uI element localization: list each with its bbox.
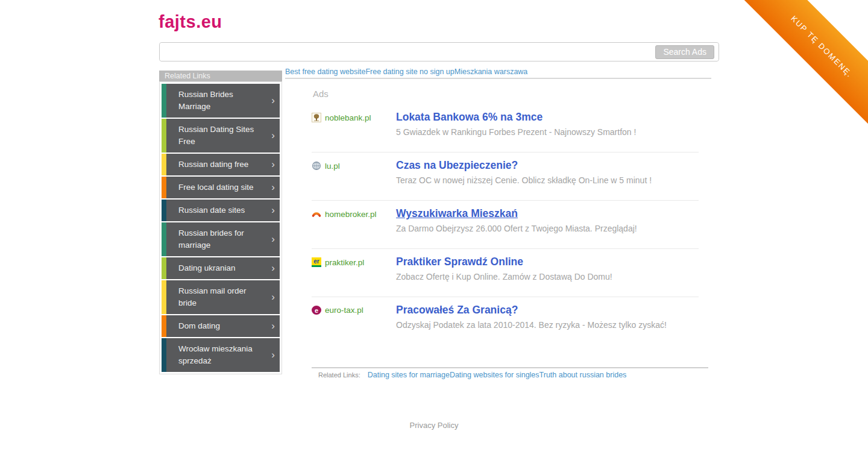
sidebar-item-russian-brides-for-marriage[interactable]: Russian brides for marriage› (162, 222, 280, 256)
sidebar-item-label: Russian Brides Marriage (178, 89, 268, 113)
bottom-link-dating-sites-for-marriage[interactable]: Dating sites for marriage (368, 371, 450, 379)
ad-title[interactable]: Wyszukiwarka Mieszkań (396, 207, 518, 220)
ad-description: 5 Gwiazdek w Rankingu Forbes Prezent - N… (396, 127, 699, 137)
search-input[interactable] (160, 43, 719, 61)
ad-row-praktiker: er praktiker.pl Praktiker Sprawdź Online… (312, 249, 699, 297)
chevron-right-icon: › (268, 130, 275, 142)
divider (312, 367, 708, 368)
page-title: fajts.eu (159, 12, 222, 32)
ad-domain[interactable]: noblebank.pl (325, 113, 371, 122)
ad-description: Odzyskaj Podatek za lata 2010-2014. Bez … (396, 319, 699, 330)
ad-domain[interactable]: lu.pl (325, 162, 340, 171)
stripe (162, 84, 166, 118)
buy-domain-ribbon[interactable]: KUP TĘ DOMENĘ. (743, 0, 868, 126)
sidebar-item-russian-dating-sites-free[interactable]: Russian Dating Sites Free› (162, 119, 280, 153)
sidebar-header: Related Links (159, 71, 282, 81)
roof-icon (312, 209, 321, 219)
stripe (162, 315, 166, 337)
divider (285, 78, 711, 79)
chevron-right-icon: › (268, 181, 275, 194)
ad-title[interactable]: Lokata Bankowa 6% na 3mce (396, 110, 542, 124)
sidebar-item-label: Dom dating (178, 320, 268, 332)
stripe (162, 280, 166, 314)
sidebar-item-label: Wrocław mieszkania sprzedaż (178, 343, 268, 367)
bottom-link-truth-about-russian-brides[interactable]: Truth about russian brides (539, 371, 627, 379)
ads-heading: Ads (313, 89, 329, 99)
ad-row-eurotax: e euro-tax.pl Pracowałeś Za Granicą? Odz… (312, 297, 699, 345)
ad-domain[interactable]: euro-tax.pl (325, 306, 363, 315)
top-link-mieszkania-warszawa[interactable]: Mieszkania warszawa (454, 68, 528, 76)
ad-row-homebroker: homebroker.pl Wyszukiwarka Mieszkań Za D… (312, 201, 699, 249)
chevron-right-icon: › (268, 262, 275, 274)
chevron-right-icon: › (268, 204, 275, 216)
chevron-right-icon: › (268, 159, 275, 171)
sidebar-item-dom-dating[interactable]: Dom dating› (162, 315, 280, 337)
top-link-best-free-dating-website[interactable]: Best free dating website (285, 68, 365, 76)
ad-title[interactable]: Pracowałeś Za Granicą? (396, 303, 518, 316)
ad-description: Zobacz Ofertę i Kup Online. Zamów z Dost… (396, 271, 699, 282)
top-related-links: Best free dating websiteFree dating site… (285, 68, 527, 76)
sidebar-item-label: Russian Dating Sites Free (178, 124, 268, 148)
sidebar-item-russian-dating-free[interactable]: Russian dating free› (162, 154, 280, 175)
sidebar-item-label: Russian dating free (178, 159, 268, 171)
ad-row-noblebank: noblebank.pl Lokata Bankowa 6% na 3mce 5… (312, 104, 699, 153)
ad-description: Teraz OC w nowej niższej Cenie. Oblicz s… (396, 175, 699, 186)
sidebar-item-label: Dating ukranian (178, 262, 268, 274)
stripe (162, 200, 166, 221)
buy-domain-ribbon-label: KUP TĘ DOMENĘ. (790, 14, 855, 80)
stripe (162, 257, 166, 279)
chevron-right-icon: › (268, 349, 275, 361)
sidebar-item-label: Russian brides for marriage (178, 227, 268, 251)
ad-domain[interactable]: homebroker.pl (325, 210, 377, 219)
sidebar-item-label: Free local dating site (178, 181, 268, 194)
ad-domain[interactable]: praktiker.pl (325, 258, 364, 267)
top-link-free-dating-site-no-sign-up[interactable]: Free dating site no sign up (365, 68, 454, 76)
sidebar-item-dating-ukranian[interactable]: Dating ukranian› (162, 257, 280, 279)
stripe (162, 222, 166, 256)
chevron-right-icon: › (268, 291, 275, 303)
eurotax-icon: e (312, 306, 321, 315)
sidebar-item-russian-date-sites[interactable]: Russian date sites› (162, 200, 280, 221)
sidebar-item-russian-brides-marriage[interactable]: Russian Brides Marriage› (162, 84, 280, 118)
praktiker-icon: er (312, 257, 321, 267)
sidebar-item-label: Russian date sites (178, 204, 268, 216)
ad-title[interactable]: Praktiker Sprawdź Online (396, 255, 523, 268)
ad-description: Za Darmo Obejrzysz 26.000 Ofert z Twojeg… (396, 223, 699, 234)
related-links-sidebar: Related Links Russian Brides Marriage› R… (159, 71, 282, 374)
tree-icon (312, 113, 321, 122)
privacy-policy-link[interactable]: Privacy Policy (410, 421, 459, 430)
sidebar-list: Russian Brides Marriage› Russian Dating … (159, 81, 282, 374)
stripe (162, 154, 166, 175)
search-bar: Search Ads (159, 42, 719, 61)
stripe (162, 177, 166, 198)
chevron-right-icon: › (268, 95, 275, 107)
sidebar-item-label: Russian mail order bride (178, 285, 268, 309)
globe-icon (312, 161, 321, 171)
bottom-related-links-label: Related Links: (318, 371, 360, 379)
search-ads-button[interactable]: Search Ads (655, 45, 714, 59)
sidebar-item-russian-mail-order-bride[interactable]: Russian mail order bride› (162, 280, 280, 314)
stripe (162, 338, 166, 372)
sidebar-item-wroclaw-mieszkania-sprzedaz[interactable]: Wrocław mieszkania sprzedaż› (162, 338, 280, 372)
chevron-right-icon: › (268, 233, 275, 245)
bottom-link-dating-websites-for-singles[interactable]: Dating websites for singles (450, 371, 539, 379)
stripe (162, 119, 166, 153)
sidebar-item-free-local-dating-site[interactable]: Free local dating site› (162, 177, 280, 198)
ad-row-lu: lu.pl Czas na Ubezpieczenie? Teraz OC w … (312, 153, 699, 201)
ad-title[interactable]: Czas na Ubezpieczenie? (396, 159, 518, 172)
ads-list: noblebank.pl Lokata Bankowa 6% na 3mce 5… (312, 104, 699, 345)
bottom-related-links: Related Links: Dating sites for marriage… (318, 371, 626, 379)
footer: Privacy Policy (0, 420, 868, 430)
chevron-right-icon: › (268, 320, 275, 332)
